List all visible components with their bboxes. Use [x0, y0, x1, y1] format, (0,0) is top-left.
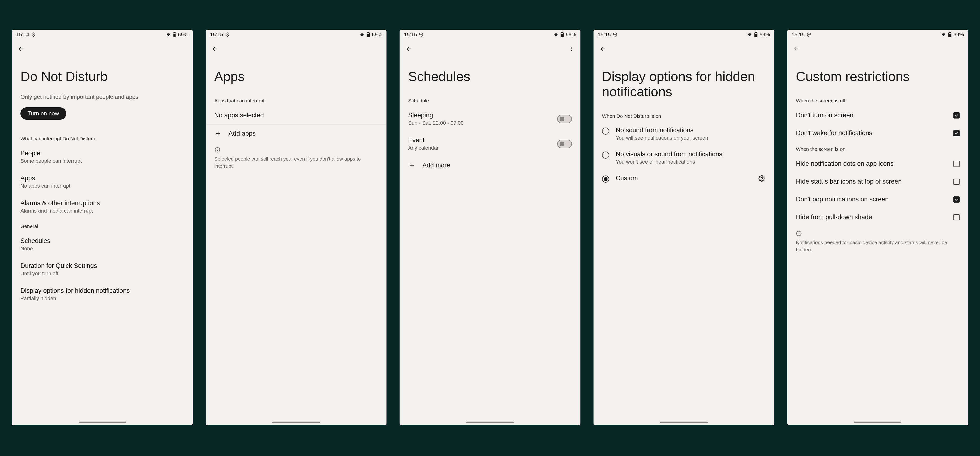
status-bar: 15:15 69%: [787, 30, 968, 40]
row-subtitle: Sun - Sat, 22:00 - 07:00: [408, 119, 464, 126]
overflow-menu-button[interactable]: [566, 44, 576, 54]
add-more-schedule-row[interactable]: Add more: [408, 156, 572, 174]
status-bar: 15:14 69%: [12, 30, 193, 40]
check-dont-turn-on-screen[interactable]: Don't turn on screen: [796, 107, 959, 124]
status-bar: 15:15 69%: [593, 30, 775, 40]
svg-point-12: [571, 50, 572, 51]
no-apps-selected-row[interactable]: No apps selected: [215, 107, 378, 124]
row-title: Sleeping: [408, 112, 464, 119]
check-hide-pulldown[interactable]: Hide from pull-down shade: [796, 208, 959, 226]
radio-no-visuals[interactable]: No visuals or sound from notifications Y…: [602, 146, 766, 170]
battery-icon: [367, 32, 370, 37]
svg-point-11: [571, 48, 572, 49]
gesture-nav-bar[interactable]: [593, 419, 775, 425]
section-header-apps-interrupt: Apps that can interrupt: [215, 94, 378, 107]
back-arrow-icon: [793, 46, 800, 52]
wifi-icon: [747, 32, 752, 37]
check-label: Don't turn on screen: [796, 112, 853, 119]
back-button[interactable]: [16, 44, 26, 54]
row-title: Schedules: [21, 237, 184, 245]
gesture-nav-bar[interactable]: [787, 419, 968, 425]
svg-rect-9: [561, 34, 563, 37]
row-title: Apps: [21, 175, 184, 182]
display-options-setting-row[interactable]: Display options for hidden notifications…: [21, 282, 184, 307]
row-subtitle: Until you turn off: [21, 269, 184, 277]
screen-schedules: 15:15 69% Schedules Schedule Sleeping Su…: [399, 30, 581, 425]
event-switch[interactable]: [557, 140, 572, 148]
add-apps-row[interactable]: Add apps: [215, 124, 378, 142]
status-bar: 15:15 69%: [206, 30, 387, 40]
radio-no-sound[interactable]: No sound from notifications You will see…: [602, 122, 766, 146]
svg-rect-8: [562, 32, 563, 32]
battery-icon: [948, 32, 951, 37]
more-vert-icon: [568, 46, 574, 52]
radio-label: Custom: [616, 175, 752, 182]
turn-on-now-button[interactable]: Turn on now: [21, 107, 66, 120]
check-label: Hide notification dots on app icons: [796, 160, 893, 167]
people-setting-row[interactable]: People Some people can interrupt: [21, 144, 184, 169]
status-time: 15:15: [792, 32, 805, 38]
svg-rect-2: [173, 34, 175, 37]
back-button[interactable]: [792, 44, 802, 54]
gesture-nav-bar[interactable]: [399, 419, 581, 425]
apps-setting-row[interactable]: Apps No apps can interrupt: [21, 169, 184, 194]
dnd-status-icon: [613, 32, 617, 37]
gesture-nav-bar[interactable]: [12, 419, 193, 425]
check-dont-wake[interactable]: Don't wake for notifications: [796, 124, 959, 142]
row-subtitle: Some people can interrupt: [21, 157, 184, 164]
row-subtitle: No apps can interrupt: [21, 182, 184, 189]
sleeping-schedule-row[interactable]: Sleeping Sun - Sat, 22:00 - 07:00: [408, 107, 572, 131]
row-title: People: [21, 150, 184, 157]
screen-do-not-disturb: 15:14 69% Do Not Disturb Only get notifi…: [12, 30, 193, 425]
battery-percent: 69%: [759, 32, 770, 38]
battery-icon: [173, 32, 176, 37]
checkbox-unchecked-icon: [953, 214, 959, 220]
screen-custom-restrictions: 15:15 69% Custom restrictions When the s…: [787, 30, 968, 425]
section-header-dnd-on: When Do Not Disturb is on: [602, 109, 766, 122]
page-title: Custom restrictions: [796, 58, 959, 94]
back-button[interactable]: [598, 44, 608, 54]
radio-custom[interactable]: Custom: [602, 170, 766, 187]
checkbox-unchecked-icon: [953, 179, 959, 185]
svg-point-16: [761, 177, 763, 179]
schedules-setting-row[interactable]: Schedules None: [21, 232, 184, 257]
dnd-status-icon: [225, 32, 230, 37]
custom-settings-button[interactable]: [758, 175, 765, 182]
section-header-screen-on: When the screen is on: [796, 142, 959, 155]
page-title: Display options for hidden notifications: [602, 58, 766, 109]
check-hide-dots[interactable]: Hide notification dots on app icons: [796, 155, 959, 173]
dnd-status-icon: [807, 32, 811, 37]
back-arrow-icon: [600, 46, 606, 52]
action-bar: [12, 40, 193, 58]
gesture-nav-bar[interactable]: [206, 419, 387, 425]
row-title: Alarms & other interruptions: [21, 199, 184, 207]
screen-apps: 15:15 69% Apps Apps that can interrupt N…: [206, 30, 387, 425]
back-button[interactable]: [404, 44, 414, 54]
dnd-status-icon: [419, 32, 423, 37]
checkbox-checked-icon: [953, 196, 959, 202]
back-button[interactable]: [210, 44, 220, 54]
event-schedule-row[interactable]: Event Any calendar: [408, 131, 572, 156]
check-label: Hide from pull-down shade: [796, 214, 872, 221]
battery-percent: 69%: [178, 32, 188, 38]
dnd-status-icon: [31, 32, 36, 37]
check-label: Hide status bar icons at top of screen: [796, 178, 902, 185]
row-title: No apps selected: [215, 112, 378, 119]
svg-rect-18: [950, 32, 950, 32]
svg-rect-4: [368, 32, 369, 32]
alarms-setting-row[interactable]: Alarms & other interruptions Alarms and …: [21, 194, 184, 219]
action-bar: [593, 40, 775, 58]
check-dont-pop[interactable]: Don't pop notifications on screen: [796, 190, 959, 208]
info-icon: [215, 142, 378, 155]
duration-setting-row[interactable]: Duration for Quick Settings Until you tu…: [21, 257, 184, 282]
battery-percent: 69%: [566, 32, 576, 38]
wifi-icon: [554, 32, 558, 37]
row-subtitle: Alarms and media can interrupt: [21, 207, 184, 214]
back-arrow-icon: [406, 46, 412, 52]
row-title: Display options for hidden notifications: [21, 287, 184, 295]
section-header-screen-off: When the screen is off: [796, 94, 959, 107]
action-bar: [399, 40, 581, 58]
check-hide-status-icons[interactable]: Hide status bar icons at top of screen: [796, 173, 959, 190]
row-subtitle: None: [21, 245, 184, 252]
sleeping-switch[interactable]: [557, 115, 572, 123]
